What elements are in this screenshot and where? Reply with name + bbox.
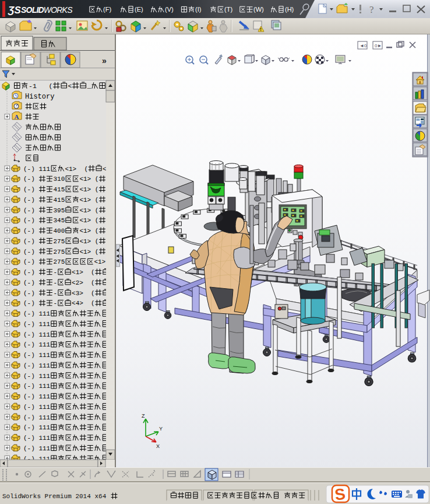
svg-text:0►: 0► (375, 43, 382, 48)
svg-text:(-) 111: (-) 111 (23, 393, 51, 400)
svg-text:◄0: ◄0 (359, 43, 367, 48)
svg-text:?: ? (369, 4, 374, 15)
svg-text:(-) 111: (-) 111 (23, 445, 51, 452)
svg-text:(-): (-) (23, 279, 38, 286)
svg-text:(-) 111: (-) 111 (23, 404, 51, 411)
svg-text:_: _ (87, 82, 91, 90)
svg-text:275: 275 (54, 238, 65, 245)
svg-text:<3> (: <3> ( (72, 290, 95, 297)
svg-text:(-): (-) (23, 300, 38, 307)
svg-text:<1> (: <1> ( (79, 228, 98, 235)
svg-text:-: - (54, 279, 58, 286)
svg-text:(-): (-) (23, 228, 38, 235)
svg-text:SolidWorks Premium 2014 x64: SolidWorks Premium 2014 x64 (2, 493, 107, 500)
svg-text:<1> (: <1> ( (79, 217, 98, 224)
svg-text:<: < (68, 82, 72, 90)
svg-text:(-) 111: (-) 111 (23, 341, 51, 348)
svg-text:(-): (-) (23, 197, 38, 204)
svg-text:ƷS: ƷS (8, 5, 21, 16)
svg-text:<1> (: <1> ( (79, 238, 98, 245)
svg-text:(-) 111: (-) 111 (23, 435, 51, 442)
svg-text:(-) 111: (-) 111 (23, 331, 51, 338)
svg-text:<2> (: <2> ( (72, 279, 95, 286)
svg-text:-: - (54, 269, 58, 276)
svg-text:X: X (156, 443, 160, 449)
svg-text:History: History (25, 93, 54, 101)
svg-text:(-): (-) (23, 290, 38, 297)
svg-text:(-) 111: (-) 111 (23, 362, 51, 369)
svg-text:(-) 111: (-) 111 (23, 414, 51, 421)
svg-text:(-) 111: (-) 111 (23, 321, 51, 328)
svg-text:!: ! (260, 27, 262, 32)
svg-text:<1> (: <1> ( (79, 176, 98, 183)
svg-text:(F): (F) (103, 6, 111, 13)
svg-text:(-): (-) (23, 217, 38, 224)
svg-text:(-): (-) (23, 186, 38, 193)
svg-text:415: 415 (54, 197, 65, 204)
svg-text:395: 395 (54, 207, 65, 214)
svg-text:<1> (: <1> ( (79, 207, 98, 214)
svg-text:(-): (-) (23, 207, 38, 214)
svg-text:(E): (E) (135, 6, 143, 13)
svg-text:-1 (: -1 ( (29, 82, 52, 90)
svg-text:(W): (W) (253, 6, 264, 13)
svg-text:345: 345 (54, 217, 65, 224)
svg-text:<1> (: <1> ( (79, 249, 98, 256)
svg-text:<1> (: <1> ( (79, 197, 98, 204)
svg-text:Y: Y (159, 426, 163, 432)
svg-text:<1> (: <1> ( (72, 269, 95, 276)
svg-text:<1> (: <1> ( (79, 186, 98, 193)
svg-text:275: 275 (54, 258, 65, 265)
svg-text:»: » (102, 56, 107, 65)
svg-text:(I): (I) (195, 6, 201, 13)
svg-text:310: 310 (54, 176, 65, 183)
svg-text:(-): (-) (23, 258, 38, 265)
svg-text:(H): (H) (285, 6, 294, 13)
svg-text:400: 400 (54, 228, 65, 235)
svg-text:(-) 111: (-) 111 (23, 424, 51, 431)
svg-text:415: 415 (54, 186, 65, 193)
svg-text:A: A (15, 113, 19, 120)
svg-text:(-): (-) (23, 176, 38, 183)
svg-text:Z: Z (142, 413, 145, 419)
svg-text:(T): (T) (224, 6, 232, 13)
svg-text:(-) 111: (-) 111 (23, 166, 51, 173)
svg-text:<1>: <1> (94, 258, 105, 265)
svg-text:(-): (-) (23, 269, 38, 276)
svg-text:<4> (: <4> ( (72, 300, 95, 307)
svg-text:SOLIDWORKS: SOLIDWORKS (21, 5, 73, 15)
svg-text:-: - (54, 300, 58, 307)
svg-text:-: - (54, 290, 58, 297)
svg-text:(-): (-) (23, 249, 38, 256)
svg-text:(-): (-) (23, 238, 38, 245)
svg-text:275: 275 (54, 249, 65, 256)
svg-text:(-) 111: (-) 111 (23, 373, 51, 380)
svg-text:<1> (: <1> ( (65, 166, 88, 173)
svg-text:(-) 111: (-) 111 (23, 352, 51, 359)
svg-text:(V): (V) (165, 6, 174, 13)
svg-text:(-) 111: (-) 111 (23, 310, 51, 317)
svg-text:(-) 111: (-) 111 (23, 383, 51, 390)
